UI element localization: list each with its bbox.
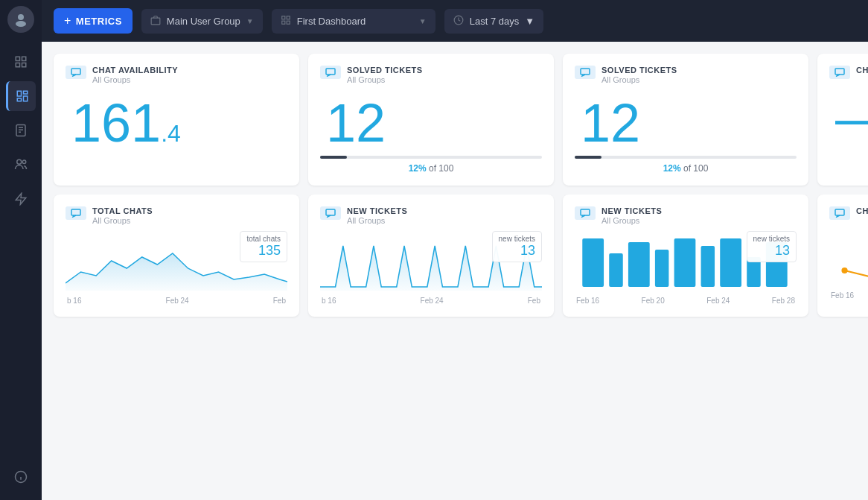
card-title: NEW TICKETS xyxy=(347,206,407,215)
solved-tickets-card-2: SOLVED TICKETS All Groups 12 12% of 100 xyxy=(563,54,808,186)
card-subtitle: All Groups xyxy=(347,75,423,84)
card-subtitle: All Groups xyxy=(601,216,662,225)
metrics-button[interactable]: + METRICS xyxy=(54,8,133,34)
chevron-down-icon-2: ▼ xyxy=(419,17,427,25)
building-icon xyxy=(150,15,161,28)
card-title: SOLVED TICKETS xyxy=(601,66,677,75)
metrics-label: METRICS xyxy=(76,16,122,27)
dashboard-selector[interactable]: First Dashboard ▼ xyxy=(272,9,435,34)
big-number: 12 xyxy=(581,96,797,150)
big-number: 161.4 xyxy=(71,96,287,150)
sidebar-item-reports[interactable] xyxy=(6,115,36,145)
card-icon xyxy=(320,206,341,220)
chat-partial-bottom-card: CHAT AII Gro Feb 16 xyxy=(817,194,868,317)
card-icon xyxy=(829,206,850,220)
svg-rect-2 xyxy=(16,57,19,60)
svg-point-0 xyxy=(18,14,24,20)
card-header: CHAT AVAILABILITY All Groups xyxy=(66,66,287,84)
card-title: CHAT AII Gro xyxy=(856,66,868,75)
svg-rect-44 xyxy=(835,209,844,215)
svg-rect-5 xyxy=(22,63,26,67)
svg-rect-38 xyxy=(655,250,668,287)
card-title: CHAT AVAILABILITY xyxy=(92,66,178,75)
svg-rect-4 xyxy=(16,63,19,67)
chat-partial-chart xyxy=(829,226,868,285)
sidebar-item-dashboard[interactable] xyxy=(6,81,36,111)
svg-rect-26 xyxy=(71,69,80,75)
chat-availability-card: CHAT AVAILABILITY All Groups 161.4 xyxy=(54,54,299,186)
dashboard-label: First Dashboard xyxy=(297,16,366,27)
solved-tickets-card-1: SOLVED TICKETS All Groups 12 12% of 100 xyxy=(308,54,554,186)
svg-rect-39 xyxy=(674,238,696,287)
svg-rect-22 xyxy=(287,16,290,19)
time-selector[interactable]: Last 7 days ▼ xyxy=(444,9,543,34)
svg-rect-23 xyxy=(281,21,284,24)
card-header: TOTAL CHATS All Groups xyxy=(66,206,287,225)
chart-area: Feb 16 xyxy=(829,226,868,300)
card-title-group: NEW TICKETS All Groups xyxy=(601,206,662,225)
chart-badge: total chats 135 xyxy=(240,231,287,262)
new-tickets-card-2: NEW TICKETS All Groups new tickets 13 xyxy=(563,194,808,317)
svg-rect-36 xyxy=(609,253,622,287)
cards-grid: CHAT AVAILABILITY All Groups 161.4 xyxy=(54,54,868,317)
plus-icon: + xyxy=(64,14,71,28)
card-title-group: CHAT AVAILABILITY All Groups xyxy=(92,66,178,84)
svg-rect-29 xyxy=(835,69,844,75)
progress-label: 12% of 100 xyxy=(320,163,542,174)
progress-label: 12% of 100 xyxy=(575,163,797,174)
svg-rect-24 xyxy=(287,21,290,24)
sidebar-item-info[interactable] xyxy=(6,462,36,492)
card-title-group: TOTAL CHATS All Groups xyxy=(92,206,153,225)
card-title: NEW TICKETS xyxy=(601,206,662,215)
card-icon xyxy=(66,206,86,220)
svg-rect-41 xyxy=(720,238,741,287)
card-icon xyxy=(66,66,86,79)
avatar[interactable] xyxy=(7,6,34,33)
card-title-group: SOLVED TICKETS All Groups xyxy=(347,66,423,84)
svg-rect-28 xyxy=(581,69,590,75)
card-header: CHAT AII Gro xyxy=(829,206,868,220)
sidebar-item-users[interactable] xyxy=(6,150,36,180)
card-title-group: CHAT AII Gro xyxy=(856,66,868,75)
chart-badge: new tickets 13 xyxy=(747,231,797,262)
svg-rect-6 xyxy=(17,91,21,96)
svg-rect-37 xyxy=(628,242,650,287)
svg-point-45 xyxy=(841,268,847,273)
clock-icon xyxy=(453,15,464,28)
chart-x-labels: Feb 16 Feb 20 Feb 24 Feb 28 xyxy=(575,297,797,305)
sidebar-item-home[interactable] xyxy=(6,47,36,77)
svg-point-14 xyxy=(17,159,22,164)
card-title: CHAT AII Gro xyxy=(856,206,868,215)
grid-icon xyxy=(281,15,291,28)
svg-rect-27 xyxy=(326,69,335,75)
group-selector[interactable]: Main User Group ▼ xyxy=(141,9,263,34)
card-icon xyxy=(575,206,596,220)
card-header: SOLVED TICKETS All Groups xyxy=(320,66,542,84)
time-label: Last 7 days xyxy=(470,16,520,27)
card-icon xyxy=(575,66,596,79)
progress-area: 12% of 100 xyxy=(575,156,797,174)
header: + METRICS Main User Group ▼ First Dashbo… xyxy=(42,0,868,42)
chevron-down-icon-3: ▼ xyxy=(525,16,534,27)
card-header: CHAT AII Gro xyxy=(829,66,868,79)
dashboard: CHAT AVAILABILITY All Groups 161.4 xyxy=(42,42,868,500)
progress-area: 12% of 100 xyxy=(320,156,542,174)
chart-badge: new tickets 13 xyxy=(492,231,542,262)
chart-x-labels: Feb 16 xyxy=(829,291,868,300)
svg-rect-21 xyxy=(281,16,284,19)
card-subtitle: All Groups xyxy=(92,216,153,225)
svg-rect-30 xyxy=(71,209,80,215)
card-subtitle: All Groups xyxy=(347,216,407,225)
svg-point-1 xyxy=(16,21,26,27)
svg-rect-7 xyxy=(23,91,27,94)
card-icon xyxy=(829,66,850,79)
progress-track xyxy=(575,156,797,159)
sidebar-item-lightning[interactable] xyxy=(6,184,36,214)
svg-point-15 xyxy=(22,160,26,164)
partial-number: — xyxy=(835,91,868,145)
svg-marker-16 xyxy=(16,194,26,205)
card-title-group: NEW TICKETS All Groups xyxy=(347,206,407,225)
chevron-down-icon: ▼ xyxy=(246,17,254,25)
big-number: 12 xyxy=(326,96,542,150)
card-title-group: CHAT AII Gro xyxy=(856,206,868,215)
